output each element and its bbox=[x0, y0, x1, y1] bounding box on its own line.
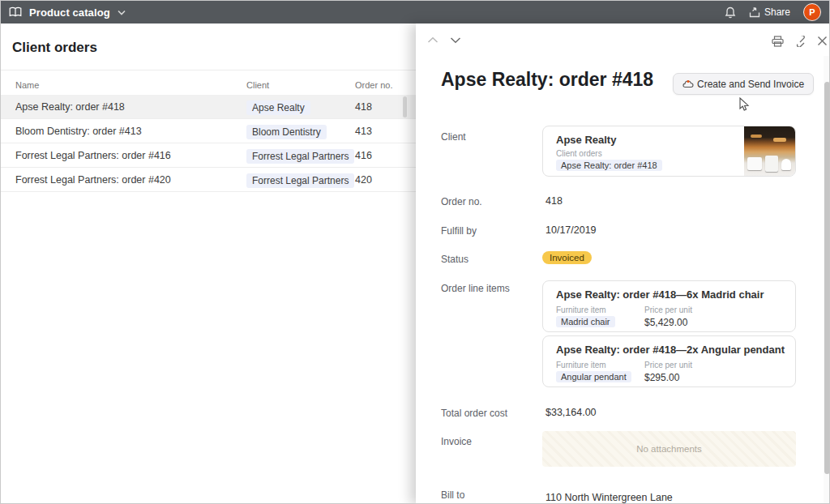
furniture-item-pill: Angular pendant bbox=[556, 371, 631, 382]
price-per-unit-value: $5,429.00 bbox=[644, 317, 687, 328]
cell-client: Bloom Dentistry bbox=[246, 124, 327, 139]
divider bbox=[1, 70, 416, 70]
column-header-client[interactable]: Client bbox=[246, 80, 269, 90]
topbar-actions: Share P bbox=[725, 3, 821, 21]
cell-client: Apse Realty bbox=[246, 100, 310, 115]
table-row[interactable]: Forrest Legal Partners: order #416 Forre… bbox=[1, 143, 416, 168]
status-badge[interactable]: Invoiced bbox=[542, 251, 592, 264]
table-header: Name Client Order no. bbox=[1, 77, 416, 95]
avatar[interactable]: P bbox=[803, 3, 821, 21]
field-label-bill-to: Bill to bbox=[441, 489, 464, 501]
app-window: Product catalog bbox=[0, 0, 830, 504]
line-item-col2-label: Price per unit bbox=[644, 361, 692, 369]
previous-record-button[interactable] bbox=[427, 36, 439, 44]
book-icon bbox=[9, 6, 22, 18]
client-card-order-chip: Apse Realty: order #418 bbox=[556, 160, 662, 171]
line-item-col1-label: Furniture item bbox=[556, 305, 606, 314]
copy-link-icon[interactable] bbox=[795, 36, 806, 47]
linked-record-pill[interactable]: Forrest Legal Partners bbox=[246, 149, 354, 164]
invoice-attachment-dropzone[interactable]: No attachments bbox=[542, 431, 796, 467]
close-icon[interactable] bbox=[817, 36, 828, 46]
client-card-title: Apse Realty bbox=[556, 134, 616, 146]
column-header-name[interactable]: Name bbox=[15, 80, 39, 90]
cell-client: Forrest Legal Partners bbox=[246, 173, 354, 188]
line-item-col1-label: Furniture item bbox=[556, 361, 606, 369]
next-record-button[interactable] bbox=[450, 36, 461, 44]
client-orders-list-panel: Client orders Name Client Order no. Apse… bbox=[1, 23, 416, 504]
field-label-client: Client bbox=[441, 131, 466, 143]
client-card-thumbnail bbox=[744, 126, 795, 176]
field-label-invoice: Invoice bbox=[441, 436, 472, 447]
table-row[interactable]: Forrest Legal Partners: order #420 Forre… bbox=[1, 168, 416, 192]
chevron-down-icon bbox=[118, 10, 126, 15]
no-attachments-text: No attachments bbox=[636, 444, 702, 454]
share-button[interactable]: Share bbox=[749, 6, 790, 18]
field-value-bill-to[interactable]: 110 North Wintergreen Lane bbox=[545, 492, 673, 503]
cell-order-no: 418 bbox=[355, 101, 372, 113]
record-scrollbar-thumb[interactable] bbox=[824, 82, 830, 474]
share-label: Share bbox=[764, 6, 790, 18]
app-title: Product catalog bbox=[29, 6, 110, 19]
linked-record-pill[interactable]: Bloom Dentistry bbox=[246, 125, 327, 139]
record-title: Apse Realty: order #418 bbox=[441, 69, 653, 91]
cell-order-no: 420 bbox=[355, 174, 372, 186]
linked-record-pill[interactable]: Apse Realty bbox=[246, 100, 310, 115]
line-item-card[interactable]: Apse Realty: order #418—2x Angular penda… bbox=[542, 335, 796, 387]
column-header-order-no[interactable]: Order no. bbox=[355, 80, 392, 90]
cell-name: Forrest Legal Partners: order #420 bbox=[15, 174, 171, 186]
create-and-send-invoice-button[interactable]: Create and Send Invoice bbox=[673, 73, 814, 95]
cell-order-no: 416 bbox=[355, 150, 372, 161]
record-scrollbar-track[interactable] bbox=[824, 56, 830, 504]
cell-name: Forrest Legal Partners: order #416 bbox=[15, 150, 171, 161]
page-title: Client orders bbox=[12, 40, 97, 56]
expanded-record-panel: Apse Realty: order #418 Create and Send … bbox=[416, 23, 830, 504]
send-invoice-icon bbox=[682, 79, 694, 89]
cell-order-no: 413 bbox=[355, 126, 372, 137]
line-item-title: Apse Realty: order #418—2x Angular penda… bbox=[556, 344, 785, 356]
client-linked-record-card[interactable]: Apse Realty Client orders Apse Realty: o… bbox=[542, 126, 796, 177]
field-value-total: $33,164.00 bbox=[545, 407, 597, 418]
line-item-card[interactable]: Apse Realty: order #418—6x Madrid chair … bbox=[542, 280, 796, 332]
price-per-unit-value: $295.00 bbox=[644, 372, 679, 383]
table-row[interactable]: Bloom Dentistry: order #413 Bloom Dentis… bbox=[1, 119, 416, 143]
field-value-order-no[interactable]: 418 bbox=[545, 195, 563, 207]
client-card-table-name: Client orders bbox=[556, 149, 602, 158]
bell-icon[interactable] bbox=[725, 6, 736, 19]
print-icon[interactable] bbox=[772, 36, 784, 47]
create-and-send-invoice-label: Create and Send Invoice bbox=[697, 79, 804, 90]
app-switcher[interactable]: Product catalog bbox=[9, 6, 126, 19]
furniture-item-pill: Madrid chair bbox=[556, 316, 615, 327]
topbar: Product catalog bbox=[1, 1, 829, 23]
field-label-total: Total order cost bbox=[441, 408, 507, 419]
line-item-col2-label: Price per unit bbox=[644, 305, 692, 314]
field-label-order-no: Order no. bbox=[441, 196, 482, 207]
field-label-line-items: Order line items bbox=[441, 283, 510, 294]
field-value-fulfill-by[interactable]: 10/17/2019 bbox=[545, 224, 597, 236]
share-icon bbox=[749, 7, 760, 18]
table-rows: Apse Realty: order #418 Apse Realty 418 … bbox=[1, 95, 416, 192]
field-label-status: Status bbox=[441, 254, 468, 265]
line-item-title: Apse Realty: order #418—6x Madrid chair bbox=[556, 288, 764, 301]
cell-name: Apse Realty: order #418 bbox=[15, 101, 125, 113]
table-row[interactable]: Apse Realty: order #418 Apse Realty 418 bbox=[1, 95, 416, 119]
cell-name: Bloom Dentistry: order #413 bbox=[15, 126, 142, 137]
list-scrollbar-thumb[interactable] bbox=[403, 96, 407, 117]
linked-record-pill[interactable]: Forrest Legal Partners bbox=[246, 173, 354, 188]
field-label-fulfill-by: Fulfill by bbox=[441, 225, 477, 237]
cell-client: Forrest Legal Partners bbox=[246, 148, 354, 164]
